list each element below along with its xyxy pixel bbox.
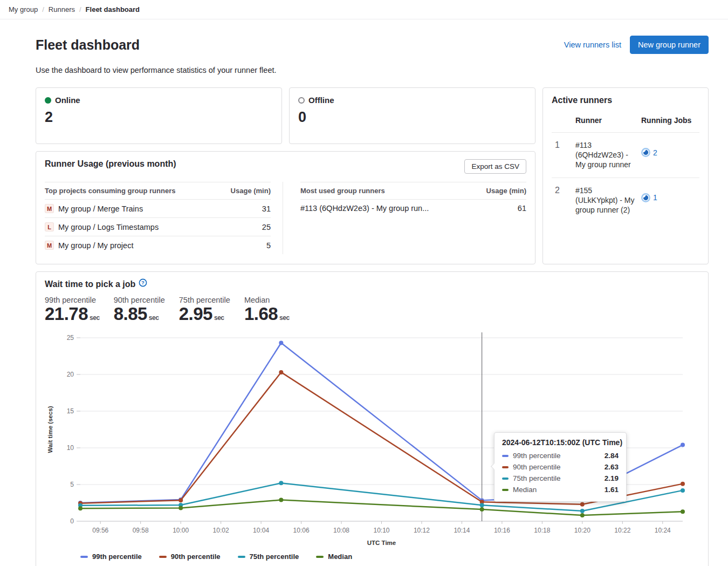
y-tick-label: 25 [67,334,74,342]
project-name: My group / My project [58,241,133,250]
tooltip-series-value: 2.63 [605,462,619,472]
legend-swatch [80,556,88,558]
project-usage: 25 [218,218,271,236]
legend-item[interactable]: 75th percentile [238,553,299,561]
table-row: #113 (6QHdzW2e3) - My group run... 61 [300,200,526,217]
running-jobs-link[interactable]: 1 [641,193,657,202]
runner-usage-card: Runner Usage (previous month) Export as … [36,151,535,264]
y-tick-label: 15 [67,407,74,415]
stat-value: 21.78 [45,304,88,324]
x-axis-title: UTC Time [367,540,396,546]
col-usage-min: Usage (min) [218,182,271,200]
online-status-icon [45,97,51,104]
x-tick-label: 09:58 [133,527,149,534]
stat-label: Median [244,296,290,304]
most-used-runners-table: Most used group runners Usage (min) #113… [283,182,526,254]
y-tick-label: 0 [70,517,74,525]
stat-unit: sec [279,314,290,322]
page-title: Fleet dashboard [36,37,140,53]
help-icon[interactable]: ? [139,278,147,287]
breadcrumb-separator: / [42,5,44,13]
project-name: My group / Merge Trains [58,204,143,213]
y-tick-label: 5 [70,481,74,488]
x-tick-label: 10:12 [414,527,430,534]
runner-usage-value: 61 [472,200,526,217]
project-avatar: L [45,222,54,231]
online-card: Online 2 [36,87,282,144]
y-tick-label: 20 [67,371,74,378]
tooltip-row: Median1.61 [502,485,619,495]
project-avatar: M [45,241,54,250]
stat-90th: 90th percentile 8.85sec [114,296,165,324]
active-runners-card: Active runners Runner Running Jobs 1 #11… [542,87,709,264]
data-point [681,488,685,493]
runner-usage-title: Runner Usage (previous month) [45,159,176,169]
tooltip-series-value: 2.19 [605,474,619,483]
data-point [681,510,685,514]
tooltip-series-label: 90th percentile [513,462,561,472]
data-point [580,513,585,517]
data-point [78,506,83,510]
project-usage: 31 [218,200,271,218]
x-tick-label: 10:24 [655,527,671,534]
legend-label: 90th percentile [171,553,221,561]
tooltip-series-value: 2.84 [605,451,619,461]
active-runners-table: Runner Running Jobs 1 #113 (6QHdzW2e3) -… [552,113,699,222]
x-tick-label: 10:10 [373,527,389,534]
legend-item[interactable]: 90th percentile [159,553,221,561]
data-point [178,499,183,503]
stat-median: Median 1.68sec [244,296,290,324]
x-tick-label: 10:04 [253,527,269,534]
breadcrumb-link-runners[interactable]: Runners [49,5,75,13]
runner-rank: 2 [552,178,575,222]
breadcrumb-link-my-group[interactable]: My group [9,5,38,13]
running-jobs-link[interactable]: 2 [641,148,657,157]
x-tick-label: 10:06 [293,527,310,534]
runner-name: #155 (ULkKYpkpt) - My group runner (2) [575,178,641,222]
wait-time-chart-area: 051015202509:5609:5810:0010:0210:0410:06… [45,327,699,553]
data-point [480,503,484,508]
col-rank [552,113,575,133]
data-point [279,481,283,486]
breadcrumb-separator: / [79,5,81,13]
runner-rank: 1 [552,133,575,178]
page-content: Fleet dashboard View runners list New gr… [0,19,728,566]
tooltip-row: 90th percentile2.63 [502,462,619,472]
tooltip-series-label: Median [513,485,537,495]
export-csv-button[interactable]: Export as CSV [464,159,526,174]
data-point [580,509,585,513]
runner-name: #113 (6QHdzW2e3) - My group runner [575,133,641,178]
data-point [681,443,685,447]
online-count: 2 [45,110,273,125]
view-runners-list-link[interactable]: View runners list [564,40,621,49]
x-tick-label: 10:08 [333,527,349,534]
chart-legend: 99th percentile90th percentile75th perce… [80,553,699,561]
online-label: Online [55,96,80,105]
table-row: 2 #155 (ULkKYpkpt) - My group runner (2)… [552,178,699,222]
data-point [279,341,283,345]
stat-75th: 75th percentile 2.95sec [179,296,230,324]
offline-count: 0 [298,110,526,125]
legend-item[interactable]: 99th percentile [80,553,142,561]
project-usage: 5 [218,236,271,255]
data-point [580,502,585,507]
stat-value: 2.95 [179,304,212,324]
stat-99th: 99th percentile 21.78sec [45,296,100,324]
legend-label: Median [328,553,352,561]
stat-value: 1.68 [244,304,278,324]
status-cards-row: Online 2 Offline 0 [36,87,535,144]
runner-name: #113 (6QHdzW2e3) - My group run... [300,200,472,217]
tooltip-row: 99th percentile2.84 [502,451,619,461]
dashboard-grid: Online 2 Offline 0 Active runners Runner [36,87,709,264]
legend-item[interactable]: Median [316,553,352,561]
stat-label: 90th percentile [114,296,165,304]
stat-label: 75th percentile [179,296,230,304]
data-point [681,482,685,486]
data-point [279,370,283,374]
new-group-runner-button[interactable]: New group runner [630,36,709,54]
offline-card: Offline 0 [289,87,535,144]
legend-swatch [159,556,167,558]
header-actions: View runners list New group runner [564,36,709,54]
svg-text:?: ? [141,279,145,285]
running-status-icon [641,148,650,157]
